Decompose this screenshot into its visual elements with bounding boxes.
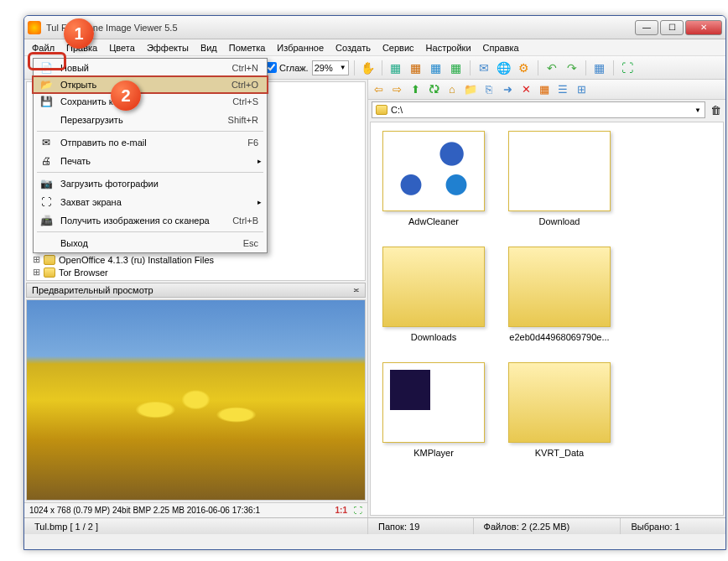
browser-toolbar: ⇦ ⇨ ⬆ 🗘 ⌂ 📁 ⎘ ➜ ✕ ▦ ☰ ⊞ bbox=[368, 80, 725, 100]
thumb-image bbox=[508, 362, 611, 443]
zoom-combo[interactable]: ▼ bbox=[312, 60, 349, 75]
menu-label: Сохранить как... bbox=[60, 96, 226, 106]
home-icon[interactable]: ⌂ bbox=[445, 83, 459, 96]
menu-item-Новый[interactable]: 📄НовыйCtrl+N bbox=[34, 59, 267, 77]
smooth-checkbox[interactable]: Сглаж. bbox=[266, 62, 309, 73]
menu-label: Выход bbox=[60, 238, 237, 248]
expand-icon[interactable]: ⊞ bbox=[32, 267, 40, 278]
menu-icon: ✉ bbox=[39, 136, 54, 149]
up-icon[interactable]: ⬆ bbox=[408, 83, 422, 96]
menu-icon bbox=[39, 113, 54, 127]
scale-label: 1:1 bbox=[335, 506, 347, 515]
menu-item-Печать[interactable]: 🖨Печать▸ bbox=[34, 152, 267, 170]
expand-icon[interactable]: ⊞ bbox=[32, 254, 40, 265]
close-button[interactable]: ✕ bbox=[685, 20, 722, 35]
menu-icon: 💾 bbox=[39, 95, 54, 108]
maximize-button[interactable]: ☐ bbox=[660, 20, 684, 35]
menu-shortcut: Ctrl+B bbox=[232, 216, 258, 226]
folder-icon bbox=[44, 255, 55, 265]
collapse-icon[interactable]: ≍ bbox=[353, 286, 360, 294]
thumbnail[interactable]: e2eb0d44968069790e... bbox=[505, 247, 614, 342]
address-input[interactable]: C:\ ▼ bbox=[372, 101, 705, 118]
trash-icon[interactable]: 🗑 bbox=[709, 103, 722, 117]
compare-icon[interactable]: ▦ bbox=[408, 60, 424, 76]
menu-item-Сохранить как...[interactable]: 💾Сохранить как...Ctrl+S bbox=[34, 92, 267, 111]
menu-shortcut: Shift+R bbox=[228, 115, 258, 125]
grid-icon[interactable]: ▦ bbox=[591, 60, 608, 76]
move-icon[interactable]: ➜ bbox=[501, 83, 514, 96]
smooth-label: Сглаж. bbox=[279, 63, 309, 73]
preview-image[interactable] bbox=[26, 299, 366, 501]
thumbnail[interactable]: KVRT_Data bbox=[505, 362, 614, 458]
globe-icon[interactable]: 🌐 bbox=[496, 60, 512, 76]
status-selected: Выбрано: 1 bbox=[621, 518, 725, 534]
slideshow-icon[interactable]: ▦ bbox=[387, 60, 404, 76]
minimize-button[interactable]: — bbox=[635, 20, 658, 35]
thumbnail[interactable]: AdwCleaner bbox=[379, 131, 488, 226]
menu-item-Перезагрузить[interactable]: ПерезагрузитьShift+R bbox=[34, 111, 267, 129]
menu-shortcut: F6 bbox=[247, 138, 258, 148]
refresh-icon[interactable]: 🗘 bbox=[427, 83, 440, 96]
copy-icon[interactable]: ⎘ bbox=[482, 83, 496, 96]
menu-item-Открыть[interactable]: 📂ОткрытьCtrl+O bbox=[32, 75, 268, 94]
fullscreen-icon[interactable]: ⛶ bbox=[619, 60, 636, 76]
menu-create[interactable]: Создать bbox=[330, 41, 377, 55]
app-icon bbox=[28, 21, 41, 34]
menu-settings[interactable]: Настройки bbox=[420, 41, 477, 55]
menu-item-Получить изображения со сканера[interactable]: 📠Получить изображения со сканераCtrl+B bbox=[34, 211, 267, 230]
menubar: Файл Правка Цвета Эффекты Вид Пометка Из… bbox=[24, 39, 725, 56]
menu-favorites[interactable]: Избранное bbox=[271, 41, 330, 55]
menu-label: Получить изображения со сканера bbox=[60, 216, 226, 226]
menu-view[interactable]: Вид bbox=[195, 41, 223, 55]
thumb-label: Downloads bbox=[411, 332, 456, 342]
rotate-left-icon[interactable]: ↶ bbox=[543, 60, 560, 76]
menu-icon: 🖨 bbox=[39, 154, 54, 168]
gear-icon[interactable]: ⚙ bbox=[516, 60, 533, 76]
thumb-image bbox=[508, 247, 611, 327]
callout-1: 1 bbox=[64, 18, 94, 49]
tool3-icon[interactable]: ▦ bbox=[428, 60, 445, 76]
hand-tool-icon[interactable]: ✋ bbox=[360, 60, 377, 76]
menu-item-Выход[interactable]: ВыходEsc bbox=[34, 234, 267, 252]
menu-label: Открыть bbox=[60, 80, 225, 90]
view-thumbs-icon[interactable]: ▦ bbox=[538, 83, 551, 96]
thumb-label: AdwCleaner bbox=[408, 216, 459, 226]
menu-label: Загрузить фотографии bbox=[60, 179, 252, 189]
tree-item[interactable]: ⊞OpenOffice 4.1.3 (ru) Installation File… bbox=[29, 253, 363, 266]
menu-file[interactable]: Файл bbox=[26, 41, 60, 55]
forward-icon[interactable]: ⇨ bbox=[390, 83, 403, 96]
zoom-input[interactable] bbox=[315, 63, 340, 73]
callout-2: 2 bbox=[111, 81, 141, 111]
folder-icon bbox=[44, 268, 55, 278]
thumbnail[interactable]: Downloads bbox=[379, 247, 488, 342]
menu-item-Отправить по e-mail[interactable]: ✉Отправить по e-mailF6 bbox=[34, 133, 267, 152]
menu-item-Загрузить фотографии[interactable]: 📷Загрузить фотографии bbox=[34, 174, 267, 193]
menu-colors[interactable]: Цвета bbox=[103, 41, 141, 55]
rotate-right-icon[interactable]: ↷ bbox=[564, 60, 580, 76]
menu-shortcut: Ctrl+S bbox=[232, 96, 258, 106]
delete-icon[interactable]: ✕ bbox=[519, 83, 533, 96]
fit-icon[interactable]: ⛶ bbox=[354, 506, 362, 515]
thumb-label: e2eb0d44968069790e... bbox=[509, 332, 609, 342]
menu-service[interactable]: Сервис bbox=[377, 41, 420, 55]
view-list-icon[interactable]: ☰ bbox=[556, 83, 569, 96]
view-details-icon[interactable]: ⊞ bbox=[575, 83, 588, 96]
thumbnail[interactable]: Download bbox=[505, 131, 614, 226]
menu-item-Захват экрана[interactable]: ⛶Захват экрана▸ bbox=[34, 193, 267, 211]
tree-label: Tor Browser bbox=[59, 268, 108, 278]
email-icon[interactable]: ✉ bbox=[476, 60, 492, 76]
tool4-icon[interactable]: ▦ bbox=[448, 60, 465, 76]
thumbnail[interactable]: KMPlayer bbox=[379, 362, 488, 458]
thumb-image bbox=[382, 131, 485, 211]
tree-item[interactable]: ⊞Tor Browser bbox=[29, 266, 363, 278]
status-file: Tul.bmp [ 1 / 2 ] bbox=[24, 518, 368, 534]
address-bar: C:\ ▼ 🗑 bbox=[368, 100, 725, 120]
menu-effects[interactable]: Эффекты bbox=[141, 41, 195, 55]
new-folder-icon[interactable]: 📁 bbox=[464, 83, 477, 96]
menu-mark[interactable]: Пометка bbox=[223, 41, 272, 55]
back-icon[interactable]: ⇦ bbox=[372, 83, 385, 96]
menu-help[interactable]: Справка bbox=[477, 41, 525, 55]
preview-statusbar: 1024 x 768 (0.79 MP) 24bit BMP 2.25 MB 2… bbox=[24, 502, 367, 517]
menu-shortcut: Ctrl+O bbox=[231, 80, 258, 90]
thumbnail-grid[interactable]: AdwCleanerDownloadDownloadse2eb0d4496806… bbox=[370, 122, 724, 516]
